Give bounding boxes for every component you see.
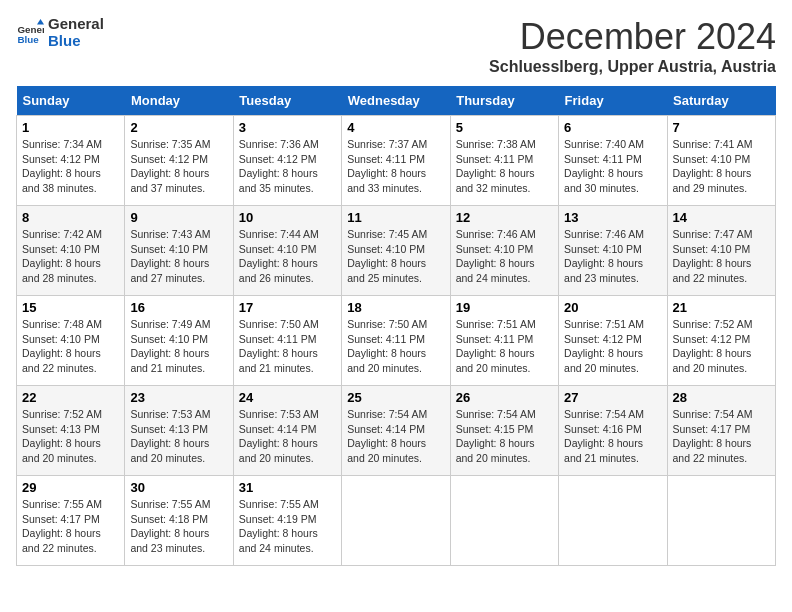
day-info: Sunrise: 7:50 AM Sunset: 4:11 PM Dayligh… xyxy=(347,317,444,376)
day-info: Sunrise: 7:40 AM Sunset: 4:11 PM Dayligh… xyxy=(564,137,661,196)
calendar-header-row: SundayMondayTuesdayWednesdayThursdayFrid… xyxy=(17,86,776,116)
day-info: Sunrise: 7:46 AM Sunset: 4:10 PM Dayligh… xyxy=(564,227,661,286)
day-number: 4 xyxy=(347,120,444,135)
day-number: 18 xyxy=(347,300,444,315)
day-info: Sunrise: 7:42 AM Sunset: 4:10 PM Dayligh… xyxy=(22,227,119,286)
day-info: Sunrise: 7:36 AM Sunset: 4:12 PM Dayligh… xyxy=(239,137,336,196)
calendar-cell: 12 Sunrise: 7:46 AM Sunset: 4:10 PM Dayl… xyxy=(450,206,558,296)
day-info: Sunrise: 7:55 AM Sunset: 4:17 PM Dayligh… xyxy=(22,497,119,556)
day-number: 7 xyxy=(673,120,770,135)
header-wednesday: Wednesday xyxy=(342,86,450,116)
svg-text:Blue: Blue xyxy=(17,33,39,44)
calendar-cell: 19 Sunrise: 7:51 AM Sunset: 4:11 PM Dayl… xyxy=(450,296,558,386)
calendar-row: 15 Sunrise: 7:48 AM Sunset: 4:10 PM Dayl… xyxy=(17,296,776,386)
calendar-cell: 1 Sunrise: 7:34 AM Sunset: 4:12 PM Dayli… xyxy=(17,116,125,206)
header-thursday: Thursday xyxy=(450,86,558,116)
day-number: 15 xyxy=(22,300,119,315)
day-number: 9 xyxy=(130,210,227,225)
calendar-cell: 8 Sunrise: 7:42 AM Sunset: 4:10 PM Dayli… xyxy=(17,206,125,296)
day-info: Sunrise: 7:54 AM Sunset: 4:15 PM Dayligh… xyxy=(456,407,553,466)
calendar-cell: 20 Sunrise: 7:51 AM Sunset: 4:12 PM Dayl… xyxy=(559,296,667,386)
calendar-row: 1 Sunrise: 7:34 AM Sunset: 4:12 PM Dayli… xyxy=(17,116,776,206)
svg-marker-2 xyxy=(37,19,44,25)
day-number: 29 xyxy=(22,480,119,495)
calendar-cell: 15 Sunrise: 7:48 AM Sunset: 4:10 PM Dayl… xyxy=(17,296,125,386)
day-info: Sunrise: 7:41 AM Sunset: 4:10 PM Dayligh… xyxy=(673,137,770,196)
day-number: 26 xyxy=(456,390,553,405)
day-number: 31 xyxy=(239,480,336,495)
calendar-cell: 26 Sunrise: 7:54 AM Sunset: 4:15 PM Dayl… xyxy=(450,386,558,476)
calendar-cell: 22 Sunrise: 7:52 AM Sunset: 4:13 PM Dayl… xyxy=(17,386,125,476)
calendar-row: 29 Sunrise: 7:55 AM Sunset: 4:17 PM Dayl… xyxy=(17,476,776,566)
calendar-cell: 31 Sunrise: 7:55 AM Sunset: 4:19 PM Dayl… xyxy=(233,476,341,566)
day-info: Sunrise: 7:51 AM Sunset: 4:12 PM Dayligh… xyxy=(564,317,661,376)
calendar-cell: 29 Sunrise: 7:55 AM Sunset: 4:17 PM Dayl… xyxy=(17,476,125,566)
calendar-cell: 21 Sunrise: 7:52 AM Sunset: 4:12 PM Dayl… xyxy=(667,296,775,386)
calendar-cell: 5 Sunrise: 7:38 AM Sunset: 4:11 PM Dayli… xyxy=(450,116,558,206)
calendar-row: 22 Sunrise: 7:52 AM Sunset: 4:13 PM Dayl… xyxy=(17,386,776,476)
logo-general: General xyxy=(48,15,104,32)
header-friday: Friday xyxy=(559,86,667,116)
logo-icon: General Blue xyxy=(16,19,44,47)
day-info: Sunrise: 7:38 AM Sunset: 4:11 PM Dayligh… xyxy=(456,137,553,196)
calendar-cell xyxy=(342,476,450,566)
calendar-cell: 10 Sunrise: 7:44 AM Sunset: 4:10 PM Dayl… xyxy=(233,206,341,296)
calendar-table: SundayMondayTuesdayWednesdayThursdayFrid… xyxy=(16,86,776,566)
day-info: Sunrise: 7:46 AM Sunset: 4:10 PM Dayligh… xyxy=(456,227,553,286)
day-number: 11 xyxy=(347,210,444,225)
calendar-cell: 18 Sunrise: 7:50 AM Sunset: 4:11 PM Dayl… xyxy=(342,296,450,386)
header-tuesday: Tuesday xyxy=(233,86,341,116)
day-info: Sunrise: 7:52 AM Sunset: 4:13 PM Dayligh… xyxy=(22,407,119,466)
day-number: 1 xyxy=(22,120,119,135)
calendar-cell: 16 Sunrise: 7:49 AM Sunset: 4:10 PM Dayl… xyxy=(125,296,233,386)
calendar-cell: 30 Sunrise: 7:55 AM Sunset: 4:18 PM Dayl… xyxy=(125,476,233,566)
day-info: Sunrise: 7:37 AM Sunset: 4:11 PM Dayligh… xyxy=(347,137,444,196)
calendar-cell: 11 Sunrise: 7:45 AM Sunset: 4:10 PM Dayl… xyxy=(342,206,450,296)
day-number: 3 xyxy=(239,120,336,135)
day-number: 8 xyxy=(22,210,119,225)
day-info: Sunrise: 7:34 AM Sunset: 4:12 PM Dayligh… xyxy=(22,137,119,196)
calendar-cell: 23 Sunrise: 7:53 AM Sunset: 4:13 PM Dayl… xyxy=(125,386,233,476)
day-number: 16 xyxy=(130,300,227,315)
day-info: Sunrise: 7:43 AM Sunset: 4:10 PM Dayligh… xyxy=(130,227,227,286)
day-number: 17 xyxy=(239,300,336,315)
day-number: 23 xyxy=(130,390,227,405)
day-number: 12 xyxy=(456,210,553,225)
calendar-cell xyxy=(559,476,667,566)
day-number: 30 xyxy=(130,480,227,495)
day-number: 6 xyxy=(564,120,661,135)
day-info: Sunrise: 7:52 AM Sunset: 4:12 PM Dayligh… xyxy=(673,317,770,376)
day-info: Sunrise: 7:35 AM Sunset: 4:12 PM Dayligh… xyxy=(130,137,227,196)
calendar-cell: 6 Sunrise: 7:40 AM Sunset: 4:11 PM Dayli… xyxy=(559,116,667,206)
day-info: Sunrise: 7:53 AM Sunset: 4:13 PM Dayligh… xyxy=(130,407,227,466)
day-info: Sunrise: 7:49 AM Sunset: 4:10 PM Dayligh… xyxy=(130,317,227,376)
day-number: 21 xyxy=(673,300,770,315)
calendar-cell: 17 Sunrise: 7:50 AM Sunset: 4:11 PM Dayl… xyxy=(233,296,341,386)
calendar-cell: 7 Sunrise: 7:41 AM Sunset: 4:10 PM Dayli… xyxy=(667,116,775,206)
day-number: 24 xyxy=(239,390,336,405)
day-info: Sunrise: 7:53 AM Sunset: 4:14 PM Dayligh… xyxy=(239,407,336,466)
header-monday: Monday xyxy=(125,86,233,116)
calendar-cell xyxy=(667,476,775,566)
day-number: 5 xyxy=(456,120,553,135)
day-number: 13 xyxy=(564,210,661,225)
day-info: Sunrise: 7:50 AM Sunset: 4:11 PM Dayligh… xyxy=(239,317,336,376)
day-info: Sunrise: 7:55 AM Sunset: 4:18 PM Dayligh… xyxy=(130,497,227,556)
calendar-cell: 27 Sunrise: 7:54 AM Sunset: 4:16 PM Dayl… xyxy=(559,386,667,476)
calendar-cell: 24 Sunrise: 7:53 AM Sunset: 4:14 PM Dayl… xyxy=(233,386,341,476)
day-number: 27 xyxy=(564,390,661,405)
calendar-cell: 2 Sunrise: 7:35 AM Sunset: 4:12 PM Dayli… xyxy=(125,116,233,206)
page-header: General Blue General Blue December 2024 … xyxy=(16,16,776,76)
day-number: 22 xyxy=(22,390,119,405)
header-saturday: Saturday xyxy=(667,86,775,116)
calendar-cell: 13 Sunrise: 7:46 AM Sunset: 4:10 PM Dayl… xyxy=(559,206,667,296)
calendar-row: 8 Sunrise: 7:42 AM Sunset: 4:10 PM Dayli… xyxy=(17,206,776,296)
day-info: Sunrise: 7:44 AM Sunset: 4:10 PM Dayligh… xyxy=(239,227,336,286)
calendar-cell xyxy=(450,476,558,566)
calendar-cell: 14 Sunrise: 7:47 AM Sunset: 4:10 PM Dayl… xyxy=(667,206,775,296)
location-title: Schluesslberg, Upper Austria, Austria xyxy=(489,58,776,76)
day-info: Sunrise: 7:45 AM Sunset: 4:10 PM Dayligh… xyxy=(347,227,444,286)
day-info: Sunrise: 7:47 AM Sunset: 4:10 PM Dayligh… xyxy=(673,227,770,286)
day-number: 14 xyxy=(673,210,770,225)
logo-blue: Blue xyxy=(48,32,81,49)
